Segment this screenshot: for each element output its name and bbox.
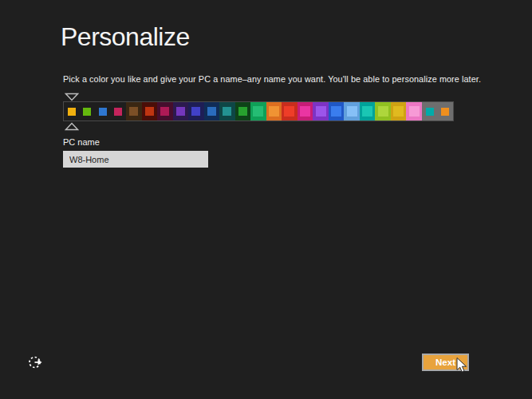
color-swatch-7[interactable] (173, 102, 189, 120)
color-swatch-accent-18 (347, 106, 357, 117)
color-swatch-2[interactable] (95, 102, 111, 120)
ease-of-access-icon[interactable] (27, 354, 43, 370)
color-swatch-accent-11 (238, 107, 247, 116)
color-swatch-10[interactable] (219, 102, 235, 120)
color-swatch-6[interactable] (157, 102, 173, 120)
color-swatch-accent-19 (362, 106, 372, 117)
color-swatch-1[interactable] (80, 102, 96, 120)
color-slider-bar[interactable] (63, 101, 454, 121)
color-swatch-accent-1 (83, 108, 91, 116)
color-swatch-accent-10 (223, 107, 231, 116)
color-swatch-15[interactable] (298, 102, 313, 120)
color-swatch-accent-3 (114, 108, 122, 116)
color-swatch-9[interactable] (204, 102, 220, 120)
color-swatch-14[interactable] (282, 102, 298, 120)
next-button[interactable]: Next (422, 354, 469, 371)
page-title: Personalize (61, 22, 190, 52)
color-swatch-19[interactable] (360, 102, 376, 120)
color-swatch-22[interactable] (406, 102, 422, 120)
pc-name-label: PC name (63, 137, 100, 147)
color-swatch-accent-21 (393, 106, 404, 117)
pc-name-input[interactable] (63, 151, 208, 168)
color-swatch-accent-0 (68, 108, 76, 116)
color-swatch-23[interactable] (422, 102, 438, 120)
color-swatch-13[interactable] (266, 102, 282, 120)
color-swatch-20[interactable] (375, 102, 391, 120)
color-swatch-0[interactable] (64, 102, 80, 120)
color-swatch-accent-16 (316, 106, 326, 117)
color-swatch-accent-15 (300, 106, 310, 117)
color-swatch-5[interactable] (142, 102, 158, 120)
color-swatch-accent-20 (378, 106, 388, 117)
slider-marker-down-icon[interactable] (65, 93, 79, 101)
color-swatch-accent-2 (99, 108, 107, 116)
color-swatch-12[interactable] (250, 102, 266, 120)
color-swatch-3[interactable] (111, 102, 127, 120)
slider-marker-up-icon[interactable] (65, 122, 79, 131)
color-swatch-accent-4 (129, 107, 138, 116)
color-swatch-accent-23 (426, 108, 434, 116)
color-swatch-accent-12 (253, 106, 263, 117)
color-swatch-21[interactable] (391, 102, 407, 120)
color-swatch-8[interactable] (188, 102, 204, 120)
color-swatch-4[interactable] (126, 102, 142, 120)
color-swatch-accent-22 (409, 106, 420, 117)
color-swatch-accent-24 (441, 108, 449, 116)
color-swatch-11[interactable] (235, 102, 251, 120)
color-swatch-17[interactable] (329, 102, 345, 120)
color-swatch-accent-5 (145, 107, 154, 116)
color-swatch-accent-9 (207, 107, 216, 116)
color-swatch-18[interactable] (344, 102, 360, 120)
color-swatch-accent-17 (331, 106, 341, 117)
color-swatch-16[interactable] (313, 102, 329, 120)
color-swatch-accent-14 (284, 106, 294, 117)
color-swatch-accent-13 (269, 106, 279, 117)
personalize-setup-screen: { "page": { "title": "Personalize", "sub… (0, 0, 532, 399)
next-button-label: Next (435, 358, 455, 367)
instruction-text: Pick a color you like and give your PC a… (63, 74, 481, 84)
color-swatch-accent-8 (191, 107, 200, 116)
color-swatch-24[interactable] (437, 102, 453, 120)
color-swatch-accent-6 (160, 107, 169, 116)
color-swatch-accent-7 (176, 107, 185, 116)
